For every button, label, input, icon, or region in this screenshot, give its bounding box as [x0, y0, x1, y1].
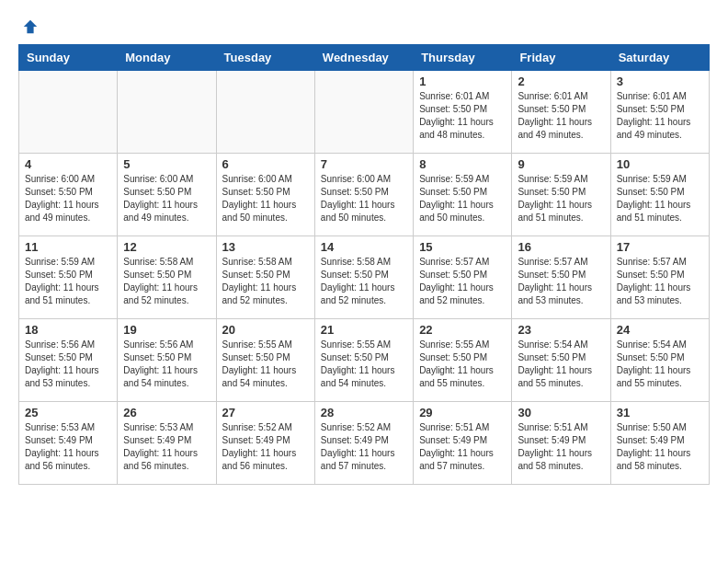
- day-info: Sunrise: 5:56 AM Sunset: 5:50 PM Dayligh…: [25, 339, 111, 390]
- calendar-cell: 31Sunrise: 5:50 AM Sunset: 5:49 PM Dayli…: [610, 402, 709, 485]
- calendar-cell: [314, 71, 413, 154]
- day-info: Sunrise: 5:56 AM Sunset: 5:50 PM Dayligh…: [123, 339, 210, 390]
- day-number: 28: [321, 406, 407, 419]
- day-info: Sunrise: 5:57 AM Sunset: 5:50 PM Dayligh…: [419, 256, 506, 307]
- calendar-cell: 7Sunrise: 6:00 AM Sunset: 5:50 PM Daylig…: [314, 154, 413, 236]
- logo-icon: [22, 18, 39, 35]
- day-info: Sunrise: 5:54 AM Sunset: 5:50 PM Dayligh…: [518, 339, 604, 390]
- calendar-cell: 20Sunrise: 5:55 AM Sunset: 5:50 PM Dayli…: [216, 319, 314, 402]
- day-info: Sunrise: 5:54 AM Sunset: 5:50 PM Dayligh…: [617, 339, 703, 390]
- day-info: Sunrise: 5:53 AM Sunset: 5:49 PM Dayligh…: [123, 421, 210, 473]
- day-number: 21: [321, 323, 407, 337]
- day-info: Sunrise: 5:50 AM Sunset: 5:49 PM Dayligh…: [617, 421, 703, 473]
- calendar-header-row: SundayMondayTuesdayWednesdayThursdayFrid…: [19, 45, 710, 71]
- calendar-cell: 11Sunrise: 5:59 AM Sunset: 5:50 PM Dayli…: [19, 236, 118, 319]
- calendar-cell: 15Sunrise: 5:57 AM Sunset: 5:50 PM Dayli…: [414, 236, 512, 319]
- day-number: 9: [518, 157, 604, 171]
- calendar-header-wednesday: Wednesday: [314, 45, 413, 71]
- day-info: Sunrise: 5:51 AM Sunset: 5:49 PM Dayligh…: [419, 421, 506, 473]
- day-info: Sunrise: 5:57 AM Sunset: 5:50 PM Dayligh…: [518, 256, 604, 307]
- calendar-header-thursday: Thursday: [414, 45, 512, 71]
- calendar-cell: 25Sunrise: 5:53 AM Sunset: 5:49 PM Dayli…: [19, 402, 118, 485]
- day-number: 4: [25, 157, 111, 171]
- page-header: [18, 18, 710, 35]
- day-info: Sunrise: 5:58 AM Sunset: 5:50 PM Dayligh…: [321, 256, 407, 307]
- calendar-cell: 4Sunrise: 6:00 AM Sunset: 5:50 PM Daylig…: [19, 154, 118, 236]
- day-number: 10: [617, 157, 703, 171]
- day-info: Sunrise: 5:55 AM Sunset: 5:50 PM Dayligh…: [222, 339, 309, 390]
- day-number: 14: [321, 240, 407, 254]
- calendar-cell: 29Sunrise: 5:51 AM Sunset: 5:49 PM Dayli…: [414, 402, 512, 485]
- day-number: 3: [617, 75, 703, 88]
- calendar-cell: 26Sunrise: 5:53 AM Sunset: 5:49 PM Dayli…: [118, 402, 216, 485]
- calendar-cell: 18Sunrise: 5:56 AM Sunset: 5:50 PM Dayli…: [19, 319, 118, 402]
- calendar-cell: 1Sunrise: 6:01 AM Sunset: 5:50 PM Daylig…: [414, 71, 512, 154]
- calendar-cell: 14Sunrise: 5:58 AM Sunset: 5:50 PM Dayli…: [314, 236, 413, 319]
- day-number: 25: [25, 406, 111, 419]
- day-number: 30: [518, 406, 604, 419]
- day-number: 20: [222, 323, 309, 337]
- day-number: 11: [25, 240, 111, 254]
- calendar-cell: 28Sunrise: 5:52 AM Sunset: 5:49 PM Dayli…: [314, 402, 413, 485]
- calendar-week-3: 11Sunrise: 5:59 AM Sunset: 5:50 PM Dayli…: [19, 236, 710, 319]
- day-info: Sunrise: 5:51 AM Sunset: 5:49 PM Dayligh…: [518, 421, 604, 473]
- calendar-cell: 16Sunrise: 5:57 AM Sunset: 5:50 PM Dayli…: [512, 236, 610, 319]
- day-number: 15: [419, 240, 506, 254]
- day-number: 1: [419, 75, 506, 88]
- calendar-header-tuesday: Tuesday: [216, 45, 314, 71]
- day-info: Sunrise: 5:55 AM Sunset: 5:50 PM Dayligh…: [419, 339, 506, 390]
- day-info: Sunrise: 6:00 AM Sunset: 5:50 PM Dayligh…: [321, 173, 407, 224]
- day-number: 27: [222, 406, 309, 419]
- calendar-cell: 2Sunrise: 6:01 AM Sunset: 5:50 PM Daylig…: [512, 71, 610, 154]
- day-info: Sunrise: 5:53 AM Sunset: 5:49 PM Dayligh…: [25, 421, 111, 473]
- day-number: 31: [617, 406, 703, 419]
- calendar-header-saturday: Saturday: [610, 45, 709, 71]
- day-number: 26: [123, 406, 210, 419]
- calendar-cell: 9Sunrise: 5:59 AM Sunset: 5:50 PM Daylig…: [512, 154, 610, 236]
- day-info: Sunrise: 5:58 AM Sunset: 5:50 PM Dayligh…: [123, 256, 210, 307]
- day-info: Sunrise: 5:57 AM Sunset: 5:50 PM Dayligh…: [617, 256, 703, 307]
- calendar-cell: 17Sunrise: 5:57 AM Sunset: 5:50 PM Dayli…: [610, 236, 709, 319]
- calendar-cell: 23Sunrise: 5:54 AM Sunset: 5:50 PM Dayli…: [512, 319, 610, 402]
- logo: [18, 18, 39, 35]
- day-number: 2: [518, 75, 604, 88]
- calendar-cell: 10Sunrise: 5:59 AM Sunset: 5:50 PM Dayli…: [610, 154, 709, 236]
- day-number: 19: [123, 323, 210, 337]
- calendar-cell: [19, 71, 118, 154]
- day-info: Sunrise: 5:59 AM Sunset: 5:50 PM Dayligh…: [518, 173, 604, 224]
- day-info: Sunrise: 6:00 AM Sunset: 5:50 PM Dayligh…: [25, 173, 111, 224]
- day-info: Sunrise: 5:58 AM Sunset: 5:50 PM Dayligh…: [222, 256, 309, 307]
- calendar-cell: 6Sunrise: 6:00 AM Sunset: 5:50 PM Daylig…: [216, 154, 314, 236]
- calendar-cell: 12Sunrise: 5:58 AM Sunset: 5:50 PM Dayli…: [118, 236, 216, 319]
- day-number: 22: [419, 323, 506, 337]
- calendar-cell: 30Sunrise: 5:51 AM Sunset: 5:49 PM Dayli…: [512, 402, 610, 485]
- calendar-week-2: 4Sunrise: 6:00 AM Sunset: 5:50 PM Daylig…: [19, 154, 710, 236]
- day-number: 24: [617, 323, 703, 337]
- calendar-header-monday: Monday: [118, 45, 216, 71]
- calendar-cell: 22Sunrise: 5:55 AM Sunset: 5:50 PM Dayli…: [414, 319, 512, 402]
- calendar-cell: 21Sunrise: 5:55 AM Sunset: 5:50 PM Dayli…: [314, 319, 413, 402]
- day-info: Sunrise: 5:59 AM Sunset: 5:50 PM Dayligh…: [419, 173, 506, 224]
- day-number: 13: [222, 240, 309, 254]
- calendar-week-5: 25Sunrise: 5:53 AM Sunset: 5:49 PM Dayli…: [19, 402, 710, 485]
- day-info: Sunrise: 6:00 AM Sunset: 5:50 PM Dayligh…: [123, 173, 210, 224]
- calendar-cell: 24Sunrise: 5:54 AM Sunset: 5:50 PM Dayli…: [610, 319, 709, 402]
- day-info: Sunrise: 5:52 AM Sunset: 5:49 PM Dayligh…: [321, 421, 407, 473]
- day-info: Sunrise: 5:59 AM Sunset: 5:50 PM Dayligh…: [25, 256, 111, 307]
- day-number: 5: [123, 157, 210, 171]
- calendar-cell: 13Sunrise: 5:58 AM Sunset: 5:50 PM Dayli…: [216, 236, 314, 319]
- day-number: 7: [321, 157, 407, 171]
- calendar-week-1: 1Sunrise: 6:01 AM Sunset: 5:50 PM Daylig…: [19, 71, 710, 154]
- calendar-cell: 8Sunrise: 5:59 AM Sunset: 5:50 PM Daylig…: [414, 154, 512, 236]
- calendar-cell: 19Sunrise: 5:56 AM Sunset: 5:50 PM Dayli…: [118, 319, 216, 402]
- calendar-cell: 27Sunrise: 5:52 AM Sunset: 5:49 PM Dayli…: [216, 402, 314, 485]
- day-number: 18: [25, 323, 111, 337]
- day-info: Sunrise: 6:01 AM Sunset: 5:50 PM Dayligh…: [518, 90, 604, 142]
- calendar-cell: 3Sunrise: 6:01 AM Sunset: 5:50 PM Daylig…: [610, 71, 709, 154]
- day-number: 12: [123, 240, 210, 254]
- calendar-header-sunday: Sunday: [19, 45, 118, 71]
- day-number: 23: [518, 323, 604, 337]
- day-info: Sunrise: 5:55 AM Sunset: 5:50 PM Dayligh…: [321, 339, 407, 390]
- day-info: Sunrise: 5:59 AM Sunset: 5:50 PM Dayligh…: [617, 173, 703, 224]
- day-number: 6: [222, 157, 309, 171]
